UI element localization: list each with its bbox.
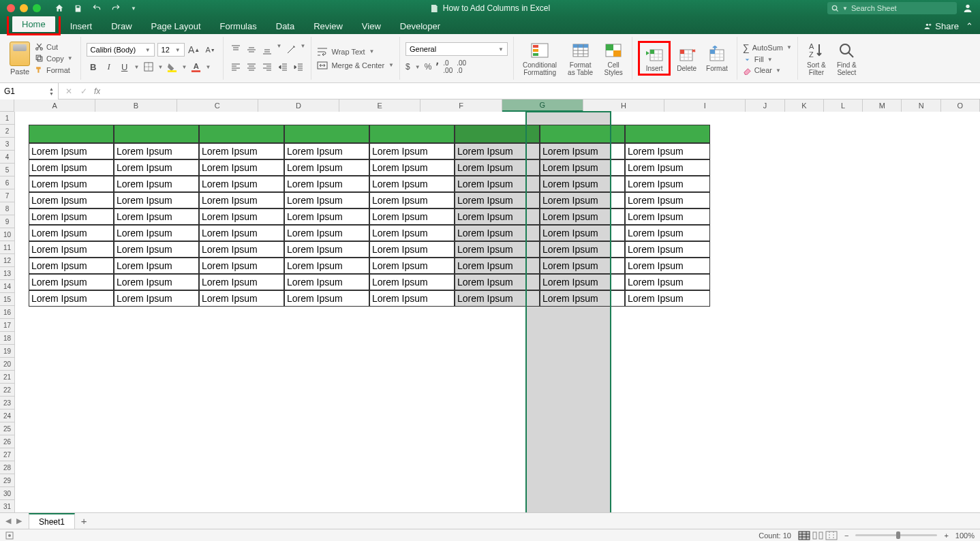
row-header[interactable]: 23 (0, 397, 15, 409)
column-header[interactable]: O (941, 99, 980, 112)
currency-icon[interactable]: $ (405, 62, 410, 72)
cell[interactable]: Lorem Ipsum (284, 143, 369, 159)
zoom-level[interactable]: 100% (955, 531, 975, 540)
fill-color-button[interactable] (165, 60, 179, 74)
cell[interactable]: Lorem Ipsum (540, 274, 625, 290)
minimize-window-button[interactable] (20, 4, 28, 12)
copy-button[interactable]: Copy▼ (33, 53, 75, 63)
decrease-decimal-icon[interactable]: .00.0 (457, 59, 466, 74)
cell[interactable]: Lorem Ipsum (114, 258, 199, 274)
cell[interactable]: Lorem Ipsum (625, 143, 710, 159)
paste-button[interactable]: Paste (10, 42, 30, 76)
cell[interactable]: Lorem Ipsum (199, 208, 284, 225)
cell[interactable]: Lorem Ipsum (29, 159, 114, 176)
tab-review[interactable]: Review (304, 18, 352, 34)
sheet-tab[interactable]: Sheet1 (29, 513, 75, 529)
cell[interactable]: Lorem Ipsum (455, 225, 540, 241)
increase-indent-icon[interactable] (292, 60, 305, 74)
cell[interactable]: Lorem Ipsum (284, 159, 369, 176)
row-header[interactable]: 22 (0, 384, 15, 397)
cell[interactable]: Lorem Ipsum (114, 274, 199, 290)
column-header[interactable]: A (14, 99, 95, 112)
row-header[interactable]: 3 (0, 138, 15, 151)
column-header[interactable]: F (420, 99, 502, 112)
page-layout-view-icon[interactable] (812, 531, 824, 540)
cell[interactable]: Lorem Ipsum (199, 258, 284, 274)
column-header[interactable]: M (863, 99, 902, 112)
cell[interactable]: Lorem Ipsum (29, 208, 114, 225)
cell[interactable]: Lorem Ipsum (114, 290, 199, 307)
cell[interactable]: Lorem Ipsum (369, 225, 455, 241)
cell[interactable]: Lorem Ipsum (455, 258, 540, 274)
maximize-window-button[interactable] (33, 4, 41, 12)
tab-formulas[interactable]: Formulas (211, 18, 266, 34)
cell[interactable]: Lorem Ipsum (625, 290, 710, 307)
row-header[interactable]: 18 (0, 332, 15, 345)
fill-color-dropdown[interactable]: ▼ (181, 64, 187, 70)
column-header[interactable]: J (746, 99, 784, 112)
cell[interactable]: Lorem Ipsum (540, 143, 625, 159)
cell[interactable]: Lorem Ipsum (284, 208, 369, 225)
row-header[interactable]: 31 (0, 500, 15, 512)
cell[interactable]: Lorem Ipsum (369, 176, 455, 192)
cell[interactable]: Lorem Ipsum (199, 143, 284, 159)
row-header[interactable]: 1 (0, 112, 15, 125)
cell[interactable]: Lorem Ipsum (29, 258, 114, 274)
orientation-icon[interactable] (284, 43, 298, 57)
cell[interactable]: Lorem Ipsum (199, 274, 284, 290)
row-header[interactable]: 29 (0, 474, 15, 487)
font-name-select[interactable]: Calibri (Body)▼ (87, 43, 155, 57)
cell[interactable]: Lorem Ipsum (369, 192, 455, 208)
cell[interactable]: Lorem Ipsum (29, 241, 114, 258)
cell[interactable]: Lorem Ipsum (625, 258, 710, 274)
tab-developer[interactable]: Developer (391, 18, 450, 34)
cell[interactable]: Lorem Ipsum (29, 225, 114, 241)
row-header[interactable]: 11 (0, 241, 15, 254)
cell[interactable]: Lorem Ipsum (369, 274, 455, 290)
collapse-ribbon-icon[interactable]: ⌃ (966, 21, 973, 31)
border-button[interactable] (142, 60, 155, 74)
cell[interactable]: Lorem Ipsum (369, 159, 455, 176)
cell[interactable]: Lorem Ipsum (199, 159, 284, 176)
undo-icon[interactable] (92, 3, 102, 13)
row-header[interactable]: 20 (0, 358, 15, 371)
page-break-view-icon[interactable] (825, 531, 838, 540)
cell[interactable]: Lorem Ipsum (29, 290, 114, 307)
share-button[interactable]: Share (923, 21, 959, 31)
column-header[interactable]: D (258, 99, 339, 112)
align-center-icon[interactable] (245, 60, 258, 74)
home-icon[interactable] (55, 3, 64, 13)
cell[interactable]: Lorem Ipsum (29, 176, 114, 192)
cell[interactable]: Lorem Ipsum (455, 241, 540, 258)
cell[interactable]: Lorem Ipsum (199, 192, 284, 208)
cell[interactable]: Lorem Ipsum (114, 159, 199, 176)
cell[interactable]: Lorem Ipsum (455, 290, 540, 307)
add-sheet-button[interactable]: + (75, 515, 93, 527)
wrap-text-button[interactable]: Wrap Text▼ (317, 47, 394, 57)
column-header[interactable]: G (502, 99, 583, 112)
row-header[interactable]: 7 (0, 189, 15, 202)
cell[interactable]: Lorem Ipsum (284, 192, 369, 208)
underline-dropdown[interactable]: ▼ (134, 64, 140, 70)
row-header[interactable]: 24 (0, 409, 15, 422)
row-header[interactable]: 6 (0, 176, 15, 189)
select-all-corner[interactable] (0, 99, 14, 111)
cell[interactable]: Lorem Ipsum (540, 159, 625, 176)
delete-cells-button[interactable]: Delete (673, 44, 700, 72)
row-header[interactable]: 14 (0, 280, 15, 293)
align-bottom-icon[interactable] (260, 43, 274, 57)
column-header[interactable]: E (339, 99, 420, 112)
row-header[interactable]: 28 (0, 461, 15, 474)
macro-record-icon[interactable] (5, 531, 14, 540)
tab-draw[interactable]: Draw (102, 18, 141, 34)
italic-button[interactable]: I (102, 60, 116, 74)
cell[interactable]: Lorem Ipsum (114, 208, 199, 225)
save-icon[interactable] (74, 4, 82, 13)
search-input[interactable]: ▼ Search Sheet (827, 2, 957, 14)
qat-dropdown-icon[interactable]: ▼ (131, 5, 136, 12)
insert-cells-button[interactable]: Insert (641, 44, 667, 72)
row-header[interactable]: 26 (0, 435, 15, 448)
cancel-formula-icon[interactable]: ✕ (65, 87, 72, 96)
font-color-button[interactable]: A (189, 60, 202, 74)
zoom-in-icon[interactable]: + (944, 531, 948, 540)
